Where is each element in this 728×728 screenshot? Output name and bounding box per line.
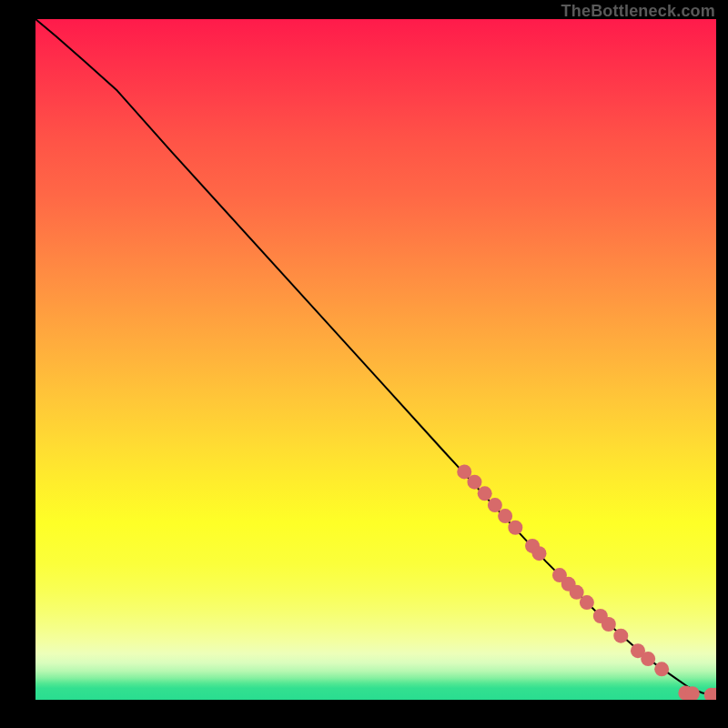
plot-area (35, 19, 716, 700)
chart-svg (35, 19, 716, 700)
data-marker (532, 546, 547, 561)
chart-frame: TheBottleneck.com (0, 0, 728, 728)
data-marker (488, 498, 502, 512)
data-marker (498, 509, 512, 523)
marker-layer (457, 464, 716, 700)
data-marker (654, 662, 669, 676)
line-layer (35, 19, 716, 695)
watermark-text: TheBottleneck.com (561, 2, 715, 21)
data-marker (508, 521, 522, 535)
data-marker (580, 595, 594, 610)
data-marker (613, 629, 628, 643)
data-marker (478, 486, 492, 500)
bottleneck-curve (35, 19, 716, 695)
data-marker (641, 652, 655, 666)
data-marker (467, 475, 481, 490)
data-marker (602, 617, 616, 632)
